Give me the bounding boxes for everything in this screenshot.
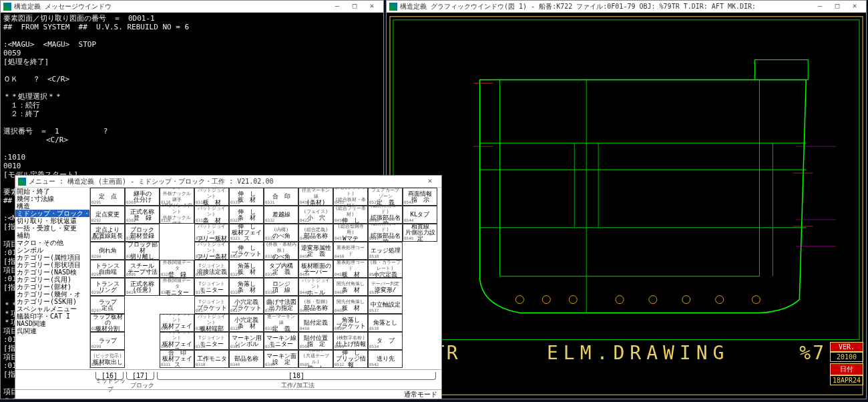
menu-grid-button[interactable]: (条材)(共通テーブル)伸 し0505 [298, 350, 333, 368]
menu-grid-button[interactable]: 裏表処理コード0458 [333, 242, 368, 260]
menu-grid-button[interactable]: 伸 し板 材0331 [229, 188, 264, 206]
menu-grid-button[interactable]: (内構)のべ角0333 [264, 224, 298, 242]
menu-grid-button[interactable]: ラップ定点0297 [90, 296, 125, 314]
menu-category-item[interactable]: カテゴリー(属性項目 [15, 254, 89, 261]
menu-category-item[interactable]: カテゴリー(NASD検 [15, 268, 89, 276]
menu-grid-button[interactable]: バットジョイント外板ナックル継手0120 [160, 206, 194, 224]
menu-category-item[interactable]: ミドシップ・ブロック・工 [15, 210, 89, 217]
menu-grid-button[interactable]: 継手の仕分け0301 [125, 188, 160, 206]
menu-grid-button[interactable]: 裏表処理コード板 材0459 [333, 260, 368, 278]
menu-grid-button[interactable]: KLタブ0544 [403, 206, 437, 224]
menu-category-item[interactable]: カテゴリー(形状項目 [15, 261, 89, 268]
menu-grid-button[interactable]: 正式名称登 録0302 [125, 206, 160, 224]
menu-category-item[interactable]: 幾何:寸法線 [15, 195, 89, 202]
menu-grid-button[interactable]: 伸 し条 材0322 [229, 206, 264, 224]
menu-grid-button[interactable]: 角落し条 材0326 [229, 278, 264, 296]
maximize-button[interactable]: □ [346, 1, 363, 12]
menu-grid-button[interactable]: 小穴定義ブラケット0327 [229, 296, 264, 314]
menu-grid-button[interactable]: ラップ0299 [90, 332, 125, 350]
menu-grid-button[interactable]: Tジョイントモニター0316 [194, 278, 229, 296]
menu-grid-button[interactable]: (板・型鋼)部品名称0451 [298, 296, 333, 314]
menu-grid-button[interactable]: バットジョイントホ－ル0446 [298, 278, 333, 296]
cad-viewport[interactable]: 9TR ELM.DRAWING %7 VER. 20100 日付 18APR24 [387, 13, 866, 399]
menu-category-item[interactable]: NASD関連 [15, 320, 89, 327]
menu-grid-button[interactable]: バットジョイントフリー板材0313 [194, 224, 229, 242]
menu-grid-button[interactable]: 定点変更0292 [90, 206, 125, 224]
menu-grid-button[interactable]: 角落とし0538 [368, 314, 403, 332]
menu-grid-button[interactable]: 小穴定義条 材0328 [229, 314, 264, 332]
menu-category-item[interactable]: 補助 [15, 232, 89, 239]
menu-category-item[interactable]: カテゴリー(SSK用) [15, 298, 89, 305]
menu-category-item[interactable]: カテゴリー(部材) [15, 283, 89, 290]
menu-grid-button[interactable]: 画面情報指 示0543 [403, 188, 437, 206]
menu-grid-button[interactable]: バットジョイント板材端部0318 [194, 314, 229, 332]
menu-titlebar[interactable]: メニュー : 構造定義 (主画面) - ミドシップ・ブロック・工作 : V21.… [15, 176, 441, 188]
menu-grid-button[interactable]: (総分け用コード)拡張部品名称0517 [368, 224, 403, 242]
menu-grid-button[interactable]: 差越線0332 [264, 206, 298, 224]
menu-grid-button[interactable]: ラップ板材の板材分割0298 [90, 314, 125, 332]
menu-grid-button[interactable]: (総分け用コード)拡張部品名称0516 [368, 206, 403, 224]
menu-grid-button[interactable]: フェアカーブゾーン定 義0531 [368, 188, 403, 206]
menu-grid-button[interactable]: (外板・条材内板)のべ角0334 [264, 242, 298, 260]
menu-grid-button[interactable]: トランスリング0296 [90, 278, 125, 296]
menu-grid-button[interactable]: 開先付角落し条 材0460 [333, 278, 368, 296]
menu-category-item[interactable]: スペシャルメニュー [15, 305, 89, 313]
menu-grid-button[interactable]: バットジョイント条 材0312 [194, 206, 229, 224]
menu-grid-button[interactable]: 中立軸設定0537 [368, 296, 403, 314]
menu-grid-button[interactable]: 相貫線片側出力設定0545 [403, 224, 437, 242]
menu-grid-button[interactable]: 正式名称(任意)0424 [125, 278, 160, 296]
menu-grid-button[interactable]: バットジョイント板 材0316 [194, 188, 229, 206]
menu-grid-button[interactable]: 定 点0291 [90, 188, 125, 206]
footer-tab-17[interactable]: [17] [126, 372, 154, 380]
menu-category-item[interactable]: 切り取り・形状返還 [15, 217, 89, 224]
menu-grid-button[interactable]: 曲げ寸法図出力指定0337 [264, 296, 298, 314]
minimize-button[interactable]: — [329, 1, 346, 12]
menu-grid-button[interactable]: 外板関連データ登 録0325 [160, 260, 194, 278]
menu-grid-button[interactable]: タ ブ0534 [368, 332, 403, 350]
menu-grid-button[interactable]: Tジョイント溶接法定義0316 [194, 260, 229, 278]
menu-grid-button[interactable]: (総合型鋼専用)Wマテ0457 [333, 224, 368, 242]
menu-category-item[interactable]: カテゴリー(呉用) [15, 276, 89, 283]
menu-grid-button[interactable]: エッジ処理0518 [368, 242, 403, 260]
menu-category-item[interactable]: 艤装印字・CAT I [15, 313, 89, 320]
menu-grid-button[interactable]: 逐一マーキン線定 義0338 [264, 314, 298, 332]
menu-grid-button[interactable]: マーキン面設 定0346 [264, 350, 298, 368]
menu-grid-button[interactable]: 工作モニタ0310 [194, 350, 229, 368]
menu-grid-button[interactable]: 伸し(ブラケット)(総合板材・条材)0455 [333, 188, 368, 206]
menu-grid-button[interactable]: 開先付角落し板 材0460 [333, 296, 368, 314]
menu-grid-button[interactable]: トランス自由端0295 [90, 260, 125, 278]
menu-grid-button[interactable]: (板・カラープレート)小穴定義0519 [368, 260, 403, 278]
close-button[interactable]: ✕ [846, 1, 863, 12]
gfx-titlebar[interactable]: 構造定義 グラフィックウインドウ(図 1) - 船番:K722 ファイル:0F0… [387, 1, 866, 13]
menu-category-list[interactable]: 開始・終了幾何:寸法線構造ミドシップ・ブロック・工切り取り・形状返還一括・受渡し… [15, 188, 90, 369]
menu-grid-button[interactable]: 伸 しブラケット0324 [229, 242, 264, 260]
menu-grid-button[interactable]: 板材断面のテーパー0454 [298, 260, 333, 278]
menu-grid-button[interactable]: (検数字名称)仕上げ情報0505 [333, 332, 368, 350]
menu-category-item[interactable]: 一括・受渡し・変更 [15, 224, 89, 232]
menu-grid-button[interactable]: 部品名称0340 [229, 350, 264, 368]
menu-grid-button[interactable]: タブ内構定 義0335 [264, 260, 298, 278]
menu-grid-button[interactable]: バットジョイント外板ナックル継手(外板ピッチ変化)0118 [160, 188, 194, 206]
footer-tab-18[interactable]: [18] [157, 372, 436, 380]
close-button[interactable]: ✕ [421, 176, 439, 187]
minimize-button[interactable]: — [811, 1, 829, 12]
maximize-button[interactable]: □ [829, 1, 846, 12]
menu-category-item[interactable]: 呉関連 [15, 327, 89, 335]
menu-category-item[interactable]: 開始・終了 [15, 188, 89, 195]
menu-grid-button[interactable]: 貼付定義0450 [298, 314, 333, 332]
menu-grid-button[interactable]: ロンジ頂 線0336 [264, 278, 298, 296]
menu-grid-button[interactable]: テーパー判定逆変形/0531 [368, 278, 403, 296]
menu-grid-button[interactable]: 角落し板 材0325 [229, 260, 264, 278]
menu-grid-button[interactable]: 倒れ角0294 [90, 242, 125, 260]
menu-grid-button[interactable]: ブロック部材登録0303 [125, 224, 160, 242]
menu-grid-button[interactable]: マーキン用シンボル0329 [229, 332, 264, 350]
menu-grid-button[interactable]: バットジョイントフリー条材0314 [194, 242, 229, 260]
menu-grid-button[interactable]: (総合フリー条材)伸 し0456 [333, 206, 368, 224]
menu-grid-button[interactable]: 伸 しブリッジ情報0512 [333, 350, 368, 368]
menu-grid-button[interactable]: 逆変形属性定 義0458 [298, 242, 333, 260]
menu-category-item[interactable]: 構造 [15, 202, 89, 210]
menu-grid-button[interactable]: 角落しブラケット0509 [333, 314, 368, 332]
menu-grid-button[interactable]: 外板関連データモニター0326 [160, 278, 194, 296]
menu-grid-button[interactable]: バットジョイント板材フェイス0309 [160, 332, 194, 350]
menu-grid-button[interactable]: Tジョイントブラケット0317 [194, 296, 229, 314]
